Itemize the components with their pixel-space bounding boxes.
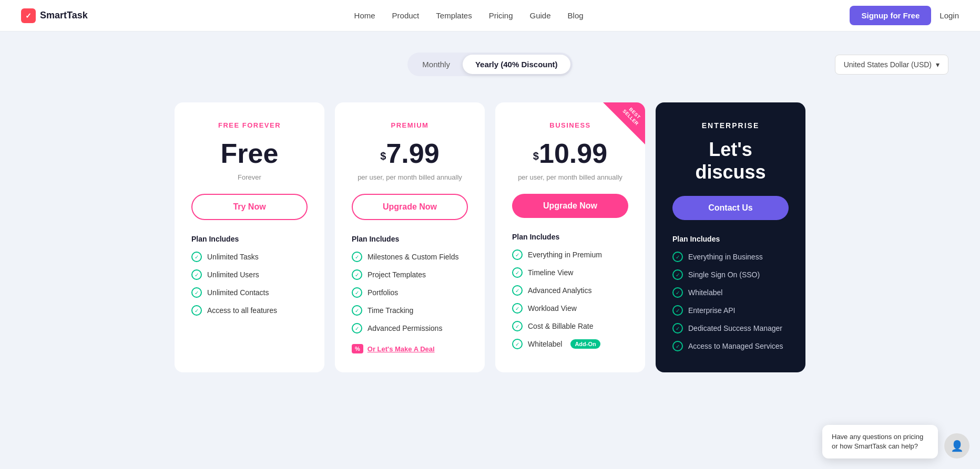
deal-percent-icon: %	[352, 344, 363, 353]
free-price-value: Free	[221, 138, 279, 169]
billing-toggle-row: Monthly Yearly (40% Discount) United Sta…	[32, 53, 948, 76]
list-item: ✓ Access to all features	[191, 305, 308, 316]
business-feature-list: ✓ Everything in Premium ✓ Timeline View …	[512, 249, 628, 349]
list-item: ✓ Enterprise API	[672, 305, 789, 316]
enterprise-feature-list: ✓ Everything in Business ✓ Single Sign O…	[672, 252, 789, 351]
business-price-sup: $	[533, 150, 539, 162]
best-seller-badge: BESTSELLER	[603, 102, 645, 144]
toggle-monthly[interactable]: Monthly	[410, 55, 463, 74]
plan-business: BESTSELLER BUSINESS $10.99 per user, per…	[495, 102, 645, 372]
nav-blog[interactable]: Blog	[568, 11, 584, 20]
logo[interactable]: ✓ SmartTask	[21, 8, 88, 23]
premium-plan-label: PREMIUM	[352, 121, 468, 129]
list-item: ✓ Unlimited Contacts	[191, 287, 308, 298]
enterprise-tagline: Let's discuss	[672, 138, 789, 183]
list-item: ✓ Advanced Permissions	[352, 323, 468, 333]
free-cta-button[interactable]: Try Now	[191, 194, 308, 220]
list-item: ✓ Dedicated Success Manager	[672, 323, 789, 333]
chat-message: Have any questions on pricing or how Sma…	[832, 433, 923, 450]
check-icon: ✓	[512, 267, 523, 278]
list-item: ✓ Single Sign On (SSO)	[672, 269, 789, 280]
list-item: ✓ Milestones & Custom Fields	[352, 252, 468, 262]
list-item: ✓ Project Templates	[352, 269, 468, 280]
check-icon: ✓	[191, 287, 202, 298]
currency-selector[interactable]: United States Dollar (USD) ▾	[835, 55, 948, 75]
chat-widget[interactable]: Have any questions on pricing or how Sma…	[822, 425, 969, 458]
main-content: Monthly Yearly (40% Discount) United Sta…	[0, 32, 980, 404]
nav-links: Home Product Templates Pricing Guide Blo…	[354, 11, 584, 20]
chat-avatar[interactable]: 👤	[944, 433, 969, 458]
enterprise-includes-label: Plan Includes	[672, 235, 789, 243]
check-icon: ✓	[512, 285, 523, 296]
check-icon: ✓	[512, 249, 523, 260]
list-item: ✓ Workload View	[512, 303, 628, 314]
free-feature-list: ✓ Unlimited Tasks ✓ Unlimited Users ✓ Un…	[191, 252, 308, 316]
nav-home[interactable]: Home	[354, 11, 375, 20]
premium-feature-list: ✓ Milestones & Custom Fields ✓ Project T…	[352, 252, 468, 333]
enterprise-cta-button[interactable]: Contact Us	[672, 196, 789, 220]
business-price-value: 10.99	[539, 138, 607, 169]
list-item: ✓ Everything in Business	[672, 252, 789, 262]
enterprise-plan-label: ENTERPRISE	[672, 121, 789, 130]
business-period: per user, per month billed annually	[512, 173, 628, 181]
check-icon: ✓	[672, 305, 683, 316]
list-item: ✓ Access to Managed Services	[672, 341, 789, 351]
list-item: ✓ Whitelabel Add-On	[512, 339, 628, 349]
check-icon: ✓	[191, 269, 202, 280]
nav-templates[interactable]: Templates	[436, 11, 472, 20]
chat-avatar-icon: 👤	[951, 440, 964, 452]
navbar: ✓ SmartTask Home Product Templates Prici…	[0, 0, 980, 32]
nav-guide[interactable]: Guide	[530, 11, 551, 20]
check-icon: ✓	[352, 305, 362, 316]
deal-row: % Or Let's Make A Deal	[352, 344, 468, 353]
currency-chevron-icon: ▾	[936, 60, 940, 69]
free-includes-label: Plan Includes	[191, 235, 308, 243]
business-cta-button[interactable]: Upgrade Now	[512, 194, 628, 218]
business-includes-label: Plan Includes	[512, 233, 628, 241]
list-item: ✓ Timeline View	[512, 267, 628, 278]
plan-free: FREE FOREVER Free Forever Try Now Plan I…	[175, 102, 324, 372]
check-icon: ✓	[512, 303, 523, 314]
plan-enterprise: ENTERPRISE Let's discuss Contact Us Plan…	[656, 102, 805, 372]
check-icon: ✓	[352, 252, 362, 262]
check-icon: ✓	[672, 323, 683, 333]
login-button[interactable]: Login	[940, 11, 959, 20]
check-icon: ✓	[352, 269, 362, 280]
toggle-yearly[interactable]: Yearly (40% Discount)	[463, 55, 570, 74]
billing-toggle: Monthly Yearly (40% Discount)	[407, 53, 572, 76]
nav-pricing[interactable]: Pricing	[489, 11, 513, 20]
nav-product[interactable]: Product	[392, 11, 420, 20]
premium-price-sup: $	[380, 150, 386, 162]
list-item: ✓ Unlimited Users	[191, 269, 308, 280]
chat-bubble: Have any questions on pricing or how Sma…	[822, 425, 938, 458]
check-icon: ✓	[512, 321, 523, 331]
signup-button[interactable]: Signup for Free	[850, 6, 931, 25]
free-period: Forever	[191, 173, 308, 181]
check-icon: ✓	[352, 287, 362, 298]
list-item: ✓ Everything in Premium	[512, 249, 628, 260]
list-item: ✓ Cost & Billable Rate	[512, 321, 628, 331]
check-icon: ✓	[672, 341, 683, 351]
logo-icon: ✓	[21, 8, 36, 23]
logo-text: SmartTask	[40, 10, 88, 21]
check-icon: ✓	[191, 305, 202, 316]
check-icon: ✓	[672, 252, 683, 262]
premium-price: $7.99	[352, 138, 468, 169]
check-icon: ✓	[191, 252, 202, 262]
plan-premium: PREMIUM $7.99 per user, per month billed…	[335, 102, 485, 372]
list-item: ✓ Portfolios	[352, 287, 468, 298]
premium-period: per user, per month billed annually	[352, 173, 468, 181]
premium-includes-label: Plan Includes	[352, 235, 468, 243]
check-icon: ✓	[512, 339, 523, 349]
deal-link-button[interactable]: Or Let's Make A Deal	[368, 345, 435, 353]
currency-label: United States Dollar (USD)	[844, 60, 932, 69]
check-icon: ✓	[352, 323, 362, 333]
list-item: ✓ Advanced Analytics	[512, 285, 628, 296]
premium-cta-button[interactable]: Upgrade Now	[352, 194, 468, 220]
list-item: ✓ Time Tracking	[352, 305, 468, 316]
nav-right: Signup for Free Login	[850, 6, 959, 25]
free-price: Free	[191, 138, 308, 169]
check-icon: ✓	[672, 269, 683, 280]
free-plan-label: FREE FOREVER	[191, 121, 308, 129]
best-seller-text: BESTSELLER	[621, 105, 644, 127]
